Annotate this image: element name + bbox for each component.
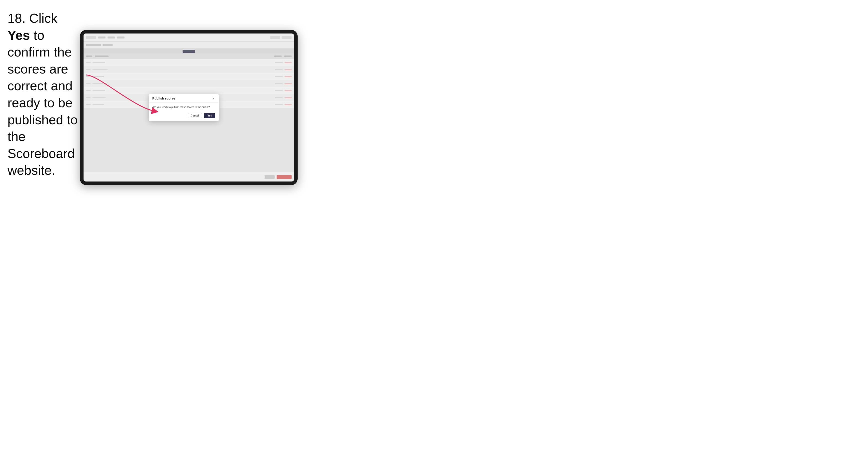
bold-yes: Yes <box>7 28 30 42</box>
instruction-text: 18. Click Yes to confirm the scores are … <box>7 10 80 179</box>
tablet-screen: Publish scores × Are you ready to publis… <box>84 33 294 182</box>
modal-message: Are you ready to publish these scores to… <box>152 105 215 109</box>
modal-title: Publish scores <box>152 96 175 100</box>
tablet-device: Publish scores × Are you ready to publis… <box>80 30 298 185</box>
modal-body: Are you ready to publish these scores to… <box>149 102 219 113</box>
yes-button[interactable]: Yes <box>204 113 215 118</box>
modal-header: Publish scores × <box>149 94 219 102</box>
modal-footer: Cancel Yes <box>149 113 219 121</box>
step-number: 18. <box>7 11 26 26</box>
modal-close-button[interactable]: × <box>212 96 215 100</box>
modal-overlay: Publish scores × Are you ready to publis… <box>84 33 294 182</box>
publish-scores-dialog: Publish scores × Are you ready to publis… <box>149 94 219 121</box>
cancel-button[interactable]: Cancel <box>188 113 202 118</box>
